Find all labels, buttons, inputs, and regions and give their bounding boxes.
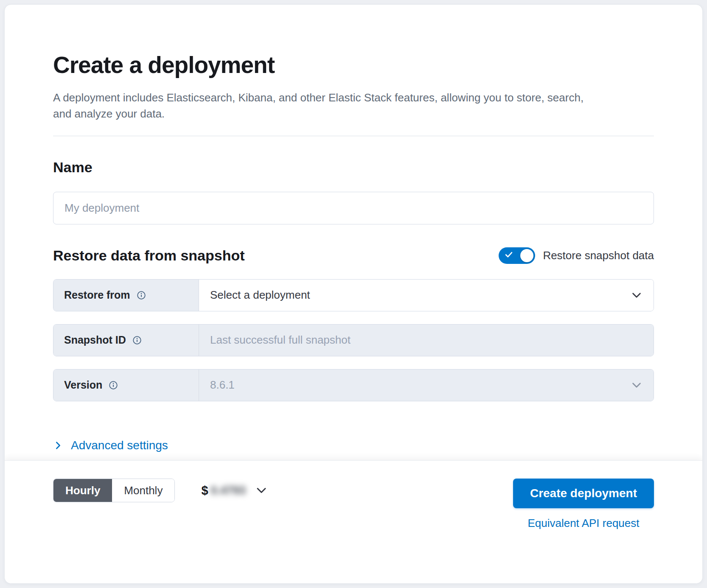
chevron-down-icon	[631, 289, 642, 301]
create-deployment-card: Create a deployment A deployment include…	[4, 4, 703, 584]
snapshot-id-input[interactable]	[199, 325, 654, 356]
restore-section-header: Restore data from snapshot Restore snaps…	[53, 247, 654, 264]
advanced-settings-link[interactable]: Advanced settings	[53, 439, 168, 452]
price-dropdown[interactable]: $ 0.4793	[201, 479, 268, 502]
price-value: 0.4793	[211, 484, 246, 497]
restore-toggle-group: Restore snapshot data	[499, 247, 654, 264]
deployment-name-input[interactable]	[53, 192, 654, 224]
version-label: Version	[64, 379, 102, 391]
chevron-right-icon	[53, 440, 63, 451]
restore-form: Restore from Select a deployment Snapsho…	[53, 279, 654, 401]
restore-from-row: Restore from Select a deployment	[53, 279, 654, 311]
bottom-bar: Hourly Monthly $ 0.4793 Create deploymen…	[5, 460, 702, 583]
create-deployment-button[interactable]: Create deployment	[513, 479, 654, 508]
version-select[interactable]: 8.6.1	[199, 370, 654, 401]
snapshot-id-label-cell: Snapshot ID	[53, 325, 199, 356]
restore-from-value: Select a deployment	[210, 288, 310, 302]
page-title: Create a deployment	[53, 51, 654, 78]
snapshot-id-label: Snapshot ID	[64, 334, 126, 346]
page-subtitle: A deployment includes Elasticsearch, Kib…	[53, 90, 600, 122]
billing-monthly-button[interactable]: Monthly	[112, 479, 174, 502]
advanced-settings-label: Advanced settings	[71, 439, 168, 452]
checkmark-icon	[504, 250, 513, 261]
snapshot-id-row: Snapshot ID	[53, 324, 654, 356]
chevron-down-icon	[631, 379, 642, 391]
billing-interval-toggle: Hourly Monthly	[53, 479, 175, 502]
restore-snapshot-toggle[interactable]	[499, 247, 535, 264]
restore-toggle-label: Restore snapshot data	[543, 249, 654, 262]
restore-from-label: Restore from	[64, 289, 130, 301]
version-row: Version 8.6.1	[53, 369, 654, 401]
main-content: Create a deployment A deployment include…	[5, 5, 702, 460]
version-value: 8.6.1	[210, 378, 235, 392]
chevron-down-icon	[255, 484, 268, 497]
restore-from-select[interactable]: Select a deployment	[199, 280, 654, 311]
toggle-knob	[520, 249, 533, 262]
info-icon[interactable]	[109, 381, 118, 390]
name-section-heading: Name	[53, 159, 654, 176]
version-label-cell: Version	[53, 370, 199, 401]
divider	[53, 136, 654, 136]
billing-hourly-button[interactable]: Hourly	[53, 479, 112, 502]
info-icon[interactable]	[137, 291, 146, 300]
currency-symbol: $	[201, 484, 208, 498]
equivalent-api-request-link[interactable]: Equivalent API request	[527, 517, 639, 530]
restore-from-label-cell: Restore from	[53, 280, 199, 311]
restore-section-heading: Restore data from snapshot	[53, 247, 245, 264]
footer-actions: Create deployment Equivalent API request	[513, 479, 654, 530]
info-icon[interactable]	[132, 336, 142, 345]
